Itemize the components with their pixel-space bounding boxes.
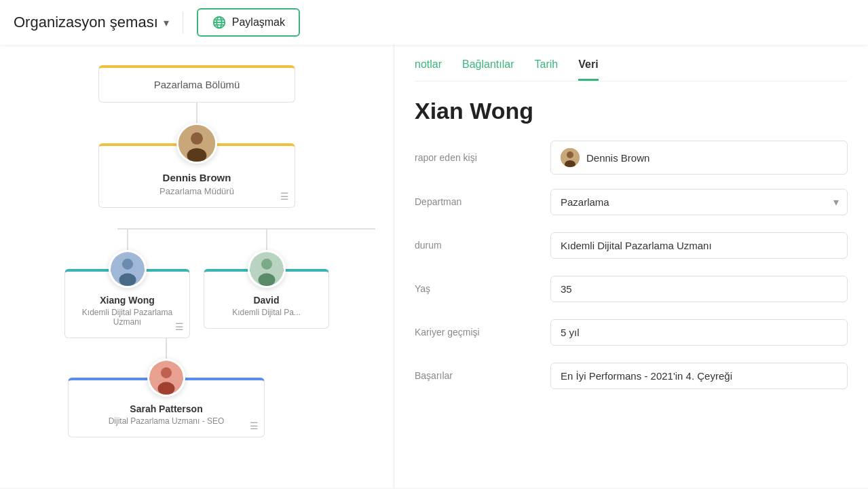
field-row-yas: Yaş 35 [415,272,848,305]
tab-notlar[interactable]: notlar [415,58,442,81]
tab-tarih[interactable]: Tarih [535,58,559,81]
reporter-avatar [561,148,580,167]
xian-wrapper: Xiang Wong Kıdemli Dijital Pazarlama Uzm… [64,230,190,338]
field-label-yas: Yaş [415,283,550,294]
field-row-basarilar: Başarılar En İyi Performans - 2021'in 4.… [415,359,848,392]
field-row-kariyer: Kariyer geçmişi 5 yıl [415,316,848,348]
sarah-card-icon: ☰ [250,420,259,431]
xian-connector [127,230,128,250]
sarah-avatar [147,359,185,397]
field-row-departman: Departman Pazarlama [415,185,848,218]
svg-point-18 [567,151,573,158]
basarilar-value: En İyi Performans - 2021'in 4. Çeyreği [561,370,732,382]
org-container: Pazarlama Bölümü Dennis Brown Pazarlama … [20,58,373,437]
svg-point-16 [158,382,175,395]
field-value-kariyer[interactable]: 5 yıl [550,319,848,346]
field-row-durum: durum Kıdemli Dijital Pazarlama Uzmanı [415,229,848,261]
children-row: Xiang Wong Kıdemli Dijital Pazarlama Uzm… [64,230,329,338]
children-area: Xiang Wong Kıdemli Dijital Pazarlama Uzm… [20,208,373,338]
david-name: David [218,295,315,306]
pazarlama-bolumu-name: Pazarlama Bölümü [154,79,240,90]
sarah-connector [166,338,167,359]
xian-avatar [109,250,147,288]
card-menu-icon: ☰ [280,191,289,202]
chevron-icon[interactable]: ▾ [164,16,169,29]
person-name: Xian Wong [415,98,848,124]
xian-name: Xiang Wong [79,295,176,306]
david-avatar [248,250,286,288]
xian-card-icon: ☰ [175,321,184,332]
title-wrapper: Organizasyon şeması ▾ [14,14,169,31]
connector-line-1 [196,103,197,123]
dennis-name: Dennis Brown [113,172,281,183]
david-connector [266,230,267,250]
svg-point-10 [119,273,136,286]
departman-value: Pazarlama [561,196,609,208]
svg-point-6 [191,132,203,145]
field-value-basarilar[interactable]: En İyi Performans - 2021'in 4. Çeyreği [550,363,848,389]
dennis-title: Pazarlama Müdürü [113,186,281,196]
david-wrapper: David Kıdemli Dijital Pa... [204,230,329,338]
field-row-reporter: rapor eden kişi Dennis Brown [415,141,848,175]
tab-baglantılar[interactable]: Bağlantılar [462,58,514,81]
globe-icon [212,15,227,30]
kariyer-value: 5 yıl [561,327,580,338]
field-value-reporter[interactable]: Dennis Brown [550,141,848,175]
reporter-name: Dennis Brown [586,152,649,164]
sarah-name: Sarah Patterson [82,403,250,414]
main-content: Pazarlama Bölümü Dennis Brown Pazarlama … [0,45,868,488]
david-title: Kıdemli Dijital Pa... [218,308,315,317]
detail-panel: notlar Bağlantılar Tarih Veri Xian Wong … [394,45,868,488]
field-value-durum[interactable]: Kıdemli Dijital Pazarlama Uzmanı [550,232,848,259]
dennis-wrapper: Dennis Brown Pazarlama Müdürü ☰ [98,123,295,208]
sarah-title: Dijital Pazarlama Uzmanı - SEO [82,416,250,426]
org-card-pazarlama-bolumu[interactable]: Pazarlama Bölümü [98,65,295,103]
xian-title: Kıdemli Dijital Pazarlama Uzmanı [79,308,176,327]
field-label-durum: durum [415,240,550,251]
org-chart-panel: Pazarlama Bölümü Dennis Brown Pazarlama … [0,45,394,488]
divider [183,12,183,33]
field-value-departman[interactable]: Pazarlama [550,189,848,215]
svg-point-15 [161,367,172,378]
sarah-wrapper: Sarah Patterson Dijital Pazarlama Uzmanı… [68,338,265,437]
field-label-departman: Departman [415,196,550,207]
field-label-basarilar: Başarılar [415,370,550,381]
svg-point-13 [258,273,275,286]
share-button[interactable]: Paylaşmak [197,8,300,37]
tabs-bar: notlar Bağlantılar Tarih Veri [415,45,848,82]
field-value-yas[interactable]: 35 [550,276,848,302]
tab-veri[interactable]: Veri [578,58,598,81]
svg-point-9 [121,259,132,270]
share-label: Paylaşmak [232,16,285,29]
durum-value: Kıdemli Dijital Pazarlama Uzmanı [561,240,712,251]
field-label-reporter: rapor eden kişi [415,152,550,163]
field-label-kariyer: Kariyer geçmişi [415,327,550,338]
topbar: Organizasyon şeması ▾ Paylaşmak [0,0,868,45]
yas-value: 35 [561,283,572,295]
svg-point-12 [261,259,271,270]
page-title: Organizasyon şeması [14,14,158,31]
dennis-avatar [176,123,217,164]
